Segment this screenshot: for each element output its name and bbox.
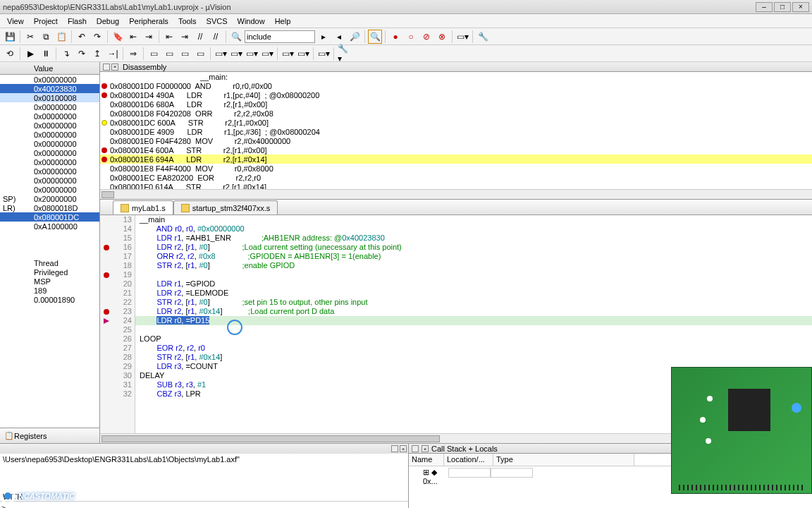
indent-in-icon[interactable]: ⇥ [178,30,192,44]
stop-icon[interactable]: ⏸ [39,47,53,61]
panel-close-icon[interactable]: × [111,64,118,71]
menu-view[interactable]: View [3,16,28,27]
menu-window[interactable]: Window [233,16,269,27]
code-line[interactable]: STR r2, [r1, #0x14] [135,353,812,362]
menu-flash[interactable]: Flash [63,16,91,27]
bp-insert-icon[interactable]: ● [388,30,402,44]
code-line[interactable]: LDR r0, =PD15 [135,316,812,325]
cut-icon[interactable]: ✂ [23,30,37,44]
code-line[interactable] [135,325,812,334]
symbol-window-icon[interactable]: ▭ [178,47,192,61]
watch-icon[interactable]: ▭▾ [229,47,243,61]
code-line[interactable]: EOR r2, r2, r0 [135,344,812,353]
find-combo[interactable] [245,30,315,43]
menu-tools[interactable]: Tools [174,16,201,27]
disasm-line[interactable]: 0x080001F0 614A STR r2,[r1,#0x14] [100,182,812,189]
register-row[interactable]: 0x080001DC [0,212,99,222]
maximize-button[interactable]: □ [774,2,791,12]
bp-disable-icon[interactable]: ⊘ [419,30,433,44]
system-icon[interactable]: ▭▾ [316,47,331,61]
analysis-icon[interactable]: ▭▾ [281,47,295,61]
bookmark-next-icon[interactable]: ⇥ [142,30,156,44]
code-line[interactable]: __main [135,215,812,224]
find-next-icon[interactable]: ▸ [316,30,331,44]
disasm-line[interactable]: 0x080001DC 600A STR r2,[r1,#0x00] [100,118,812,127]
run-to-cursor-icon[interactable]: →| [106,47,120,61]
show-next-icon[interactable]: ⇒ [126,47,140,61]
register-row[interactable]: 0x00000000 [0,130,99,139]
editor-tab[interactable]: startup_stm32f407xx.s [173,200,278,214]
menu-help[interactable]: Help [271,16,295,27]
register-row[interactable]: 0x00000000 [0,167,99,176]
close-button[interactable]: × [792,2,809,12]
minimize-button[interactable]: – [756,2,773,12]
register-row[interactable]: 0x00000000 [0,139,99,148]
register-row[interactable]: MSP [0,277,99,286]
register-row[interactable]: 0x00000000 [0,102,99,111]
bp-kill-icon[interactable]: ⊗ [435,30,449,44]
register-row[interactable] [0,231,99,240]
register-row[interactable]: 0x00000000 [0,121,99,130]
register-row[interactable]: SP)0x20000000 [0,194,99,203]
disasm-line[interactable]: 0x080001D0 F0000000 AND r0,r0,#0x00 [100,81,812,90]
register-row[interactable]: 0x40023830 [0,84,99,93]
code-line[interactable]: AND r0, r0, #0x00000000 [135,224,812,234]
disasm-line[interactable]: 0x080001D6 680A LDR r2,[r1,#0x00] [100,99,812,109]
disasm-line[interactable]: 0x080001E6 694A LDR r2,[r1,#0x14] [100,155,812,164]
uncomment-icon[interactable]: // [209,30,223,44]
register-row[interactable]: 189 [0,286,99,295]
cmd-pin-icon[interactable] [391,445,398,452]
code-line[interactable]: LDR r2, [r1, #0x14] ;Load current port D… [135,307,812,316]
disasm-line[interactable]: 0x080001E4 600A STR r2,[r1,#0x00] [100,145,812,155]
find-icon[interactable]: 🔍 [229,30,243,44]
code-line[interactable]: LDR r2, =LEDMODE [135,289,812,298]
code-line[interactable]: ORR r2, r2, #0x8 ;GPIODEN = AHB1ENR[3] =… [135,252,812,261]
register-row[interactable] [0,249,99,258]
register-row[interactable]: 0x00000000 [0,148,99,157]
disasm-line[interactable]: 0x080001DE 4909 LDR r1,[pc,#36] ; @0x080… [100,127,812,136]
register-row[interactable]: 0x00000000 [0,75,99,84]
registers-tab[interactable]: 📋 Registers [0,428,99,443]
reset-icon[interactable]: ⟲ [3,47,17,61]
code-line[interactable]: STR r2, [r1, #0] ;enable GPIOD [135,261,812,270]
paste-icon[interactable]: 📋 [54,30,68,44]
find-prev-icon[interactable]: ◂ [332,30,346,44]
register-row[interactable] [0,240,99,249]
cs-pin-icon[interactable] [412,445,419,452]
disasm-hscrollbar[interactable] [100,189,812,199]
callstack-col[interactable]: Name [409,454,444,466]
step-out-icon[interactable]: ↥ [90,47,104,61]
cs-close-icon[interactable]: × [422,445,429,452]
callstack-icon[interactable]: ▭▾ [214,47,228,61]
menu-debug[interactable]: Debug [92,16,123,27]
callstack-col[interactable]: Location/... [444,454,493,466]
register-row[interactable]: 0x00100008 [0,93,99,102]
run-icon[interactable]: ▶ [23,47,37,61]
indent-out-icon[interactable]: ⇤ [162,30,176,44]
disasm-line[interactable]: 0x080001D8 F0420208 ORR r2,r2,#0x08 [100,109,812,118]
code-line[interactable]: LDR r1, =AHB1_ENR ;AHB1ENR address: @0x4… [135,234,812,243]
disasm-window-icon[interactable]: ▭ [162,47,176,61]
cmd-close-icon[interactable]: × [400,445,407,452]
bookmark-icon[interactable]: 🔖 [111,30,125,44]
incremental-find-icon[interactable]: 🔎 [347,30,362,44]
register-row[interactable]: Privileged [0,267,99,277]
register-row[interactable]: 0x00000000 [0,157,99,167]
command-input[interactable] [6,504,407,509]
copy-icon[interactable]: ⧉ [39,30,53,44]
disasm-line[interactable]: 0x080001E8 F44F4000 MOV r0,#0x8000 [100,164,812,173]
code-line[interactable]: LOOP [135,334,812,344]
regs-window-icon[interactable]: ▭ [193,47,207,61]
window-icon[interactable]: ▭▾ [455,30,469,44]
register-row[interactable]: LR)0x0800018D [0,203,99,212]
bp-enable-icon[interactable]: ○ [404,30,418,44]
register-row[interactable]: Thread [0,258,99,267]
memory-icon[interactable]: ▭▾ [245,47,259,61]
menu-project[interactable]: Project [30,16,62,27]
step-in-icon[interactable]: ↴ [59,47,73,61]
cmd-window-icon[interactable]: ▭ [147,47,161,61]
menu-svcs[interactable]: SVCS [202,16,232,27]
disasm-line[interactable]: 0x080001D4 490A LDR r1,[pc,#40] ; @0x080… [100,90,812,99]
pin-icon[interactable] [103,64,110,71]
serial-icon[interactable]: ▭▾ [260,47,274,61]
